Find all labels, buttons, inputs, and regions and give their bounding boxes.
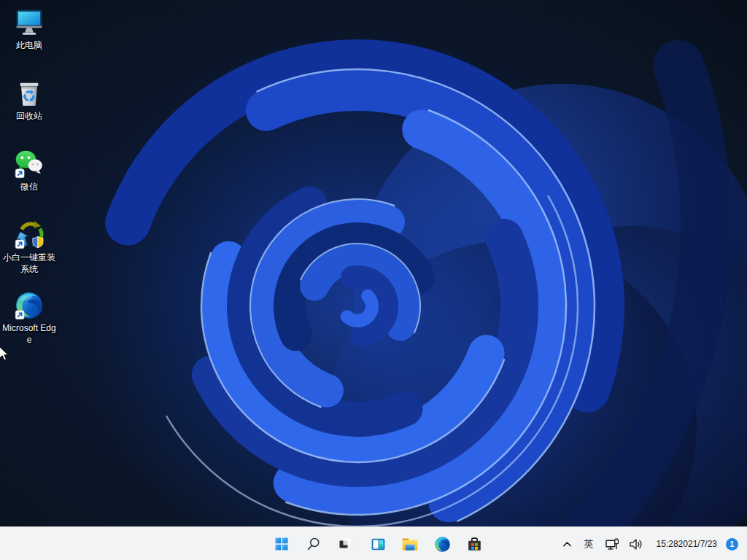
desktop-icon-grid: 此电脑 — [1, 3, 58, 357]
ime-label: 英 — [584, 537, 594, 551]
task-view-button[interactable] — [331, 529, 360, 559]
store-button[interactable] — [460, 529, 489, 559]
file-explorer-button[interactable] — [395, 529, 425, 559]
wired-network-icon — [605, 537, 620, 551]
taskbar: 英 15:28 2021/7/23 — [0, 526, 747, 560]
windows-logo-icon — [273, 535, 290, 553]
shortcut-arrow-overlay — [15, 240, 24, 249]
desktop-icon-xiaobai-reinstall[interactable]: 小白一键重装系统 — [1, 215, 58, 286]
volume-button[interactable] — [625, 529, 648, 559]
desktop-icon-label: Microsoft Edge — [1, 323, 57, 346]
chevron-up-icon — [561, 538, 573, 551]
folder-icon — [400, 534, 419, 553]
desktop-icon-recycle-bin[interactable]: 回收站 — [1, 74, 58, 144]
monitor-icon — [13, 7, 45, 39]
hidden-icons-chevron[interactable] — [557, 529, 577, 559]
tray-date: 2021/7/23 — [678, 539, 717, 550]
desktop-icon-label: 小白一键重装系统 — [1, 252, 57, 275]
ime-indicator[interactable]: 英 — [578, 529, 600, 559]
edge-icon — [13, 289, 45, 322]
desktop-icon-label: 微信 — [20, 182, 38, 193]
widgets-button[interactable] — [363, 529, 392, 559]
shortcut-arrow-overlay — [15, 169, 24, 178]
shortcut-arrow-overlay — [15, 311, 24, 319]
widgets-icon — [369, 535, 387, 553]
start-button[interactable] — [267, 529, 296, 559]
network-button[interactable] — [601, 529, 624, 559]
notification-badge[interactable]: 1 — [726, 538, 738, 551]
recycle-bin-icon — [13, 77, 45, 109]
store-bag-icon — [465, 535, 484, 553]
task-view-icon — [337, 535, 355, 553]
desktop-icon-label: 回收站 — [16, 111, 42, 122]
search-icon — [305, 535, 322, 553]
tray-time: 15:28 — [657, 539, 678, 550]
desktop-icon-wechat[interactable]: 微信 — [1, 144, 58, 215]
search-button[interactable] — [299, 529, 328, 559]
edge-button[interactable] — [427, 529, 457, 559]
desktop-icon-microsoft-edge[interactable]: Microsoft Edge — [1, 286, 58, 357]
clock[interactable]: 15:28 2021/7/23 — [649, 529, 721, 559]
wechat-icon — [13, 148, 45, 180]
edge-icon — [433, 535, 452, 553]
desktop-icon-label: 此电脑 — [16, 40, 42, 52]
notification-count: 1 — [730, 540, 735, 548]
desktop-icon-this-pc[interactable]: 此电脑 — [1, 3, 58, 74]
taskbar-center-buttons — [267, 527, 489, 560]
wallpaper-bloom — [0, 0, 747, 526]
system-tray: 英 15:28 2021/7/23 — [557, 527, 741, 560]
speaker-icon — [629, 537, 644, 551]
reinstall-arrows-shield-icon — [13, 219, 45, 251]
